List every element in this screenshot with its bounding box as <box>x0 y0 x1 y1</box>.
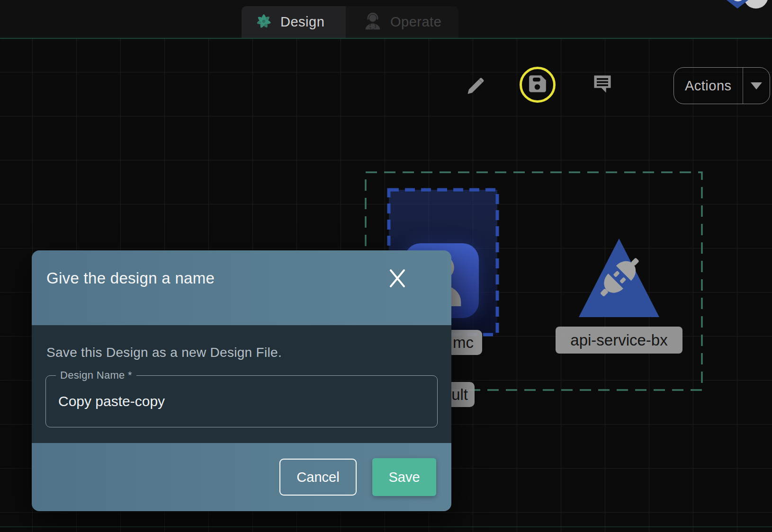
mode-tabs: Design Operate <box>242 6 458 38</box>
save-confirm-button[interactable]: Save <box>372 458 436 496</box>
save-design-modal: Give the design a name Save this Design … <box>32 250 451 511</box>
canvas-top-border <box>0 38 772 39</box>
comment-icon <box>592 72 613 96</box>
canvas-bottom-border <box>0 526 772 527</box>
app-window: Design Operate <box>0 0 772 532</box>
tab-design-label: Design <box>280 14 324 30</box>
plug-icon <box>593 251 646 304</box>
modal-body: Save this Design as a new Design File. D… <box>32 325 451 443</box>
modal-footer: Cancel Save <box>32 443 451 511</box>
actions-dropdown-toggle[interactable] <box>743 68 770 104</box>
close-icon <box>388 269 407 289</box>
close-button[interactable] <box>387 268 408 289</box>
pencil-icon <box>465 76 486 98</box>
chevron-down-icon <box>751 82 762 89</box>
design-name-field: Design Name * <box>45 375 438 427</box>
modal-title: Give the design a name <box>46 269 215 287</box>
tab-operate-label: Operate <box>390 14 441 30</box>
actions-split-button[interactable]: Actions <box>673 67 770 104</box>
design-name-field-label: Design Name * <box>56 369 136 381</box>
save-floppy-icon <box>528 74 548 96</box>
save-button-highlight[interactable] <box>520 67 556 103</box>
operate-agent-icon <box>363 11 383 33</box>
tab-operate[interactable]: Operate <box>346 6 458 38</box>
tab-design[interactable]: Design <box>242 6 346 38</box>
api-service-label-text: api-service-bx <box>570 331 667 349</box>
actions-button-label: Actions <box>685 78 732 94</box>
edit-button[interactable] <box>462 74 489 100</box>
modal-header: Give the design a name <box>32 250 451 325</box>
modal-description: Save this Design as a new Design File. <box>46 345 282 360</box>
meshery-logo-icon <box>255 12 273 32</box>
cancel-button[interactable]: Cancel <box>279 459 357 496</box>
design-name-input[interactable] <box>45 375 438 427</box>
actions-button[interactable]: Actions <box>674 68 743 104</box>
comment-button[interactable] <box>589 71 616 98</box>
namespace-label-text: ult <box>451 386 468 404</box>
user-node-label-text: mc <box>453 334 474 352</box>
api-service-node-label[interactable]: api-service-bx <box>556 327 682 354</box>
